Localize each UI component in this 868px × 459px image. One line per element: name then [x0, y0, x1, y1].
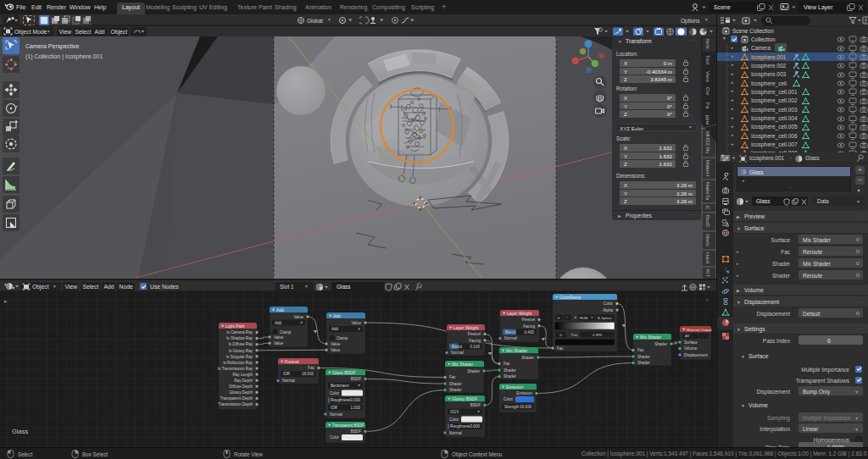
svg-text:Clamp: Clamp — [280, 330, 292, 335]
svg-text:BSDF: BSDF — [351, 377, 361, 381]
svg-text:Glossy BSDF: Glossy BSDF — [452, 396, 477, 401]
svg-text:Shader: Shader — [467, 369, 480, 373]
svg-text:0.000: 0.000 — [470, 424, 481, 429]
svg-text:+: + — [558, 315, 560, 320]
svg-text:Facing: Facing — [523, 324, 535, 329]
svg-text:Value: Value — [274, 335, 284, 340]
svg-text:B-Spline: B-Spline — [598, 316, 612, 320]
svg-text:Add: Add — [276, 307, 284, 312]
svg-text:Color: Color — [449, 418, 459, 422]
svg-text:Fresnel: Fresnel — [285, 359, 299, 364]
svg-text:Color: Color — [604, 301, 613, 306]
svg-text:Fac: Fac — [637, 348, 644, 352]
svg-text:Diffuse Depth: Diffuse Depth — [229, 384, 253, 389]
svg-text:Facing: Facing — [469, 339, 481, 343]
svg-text:Value: Value — [294, 315, 304, 319]
svg-text:Transparent BSDF: Transparent BSDF — [332, 423, 364, 428]
svg-text:Layer Weight: Layer Weight — [453, 325, 479, 330]
svg-text:Mix Shader: Mix Shader — [640, 335, 662, 340]
svg-text:Fac: Fac — [308, 366, 314, 370]
svg-text:Shader: Shader — [654, 342, 667, 346]
svg-text:Is Shadow Ray: Is Shadow Ray — [226, 336, 253, 340]
svg-text:Transmission Depth: Transmission Depth — [218, 402, 253, 406]
svg-text:Emission: Emission — [516, 391, 532, 395]
svg-text:Shader: Shader — [449, 382, 462, 386]
svg-text:Normal: Normal — [282, 379, 295, 383]
svg-text:Color: Color — [504, 397, 513, 401]
svg-text:0.400: 0.400 — [525, 330, 535, 335]
svg-text:Normal: Normal — [504, 336, 517, 340]
svg-text:Value: Value — [352, 321, 362, 325]
svg-text:BSDF: BSDF — [351, 429, 361, 434]
svg-text:Fac: Fac — [449, 375, 456, 379]
svg-text:0.100: 0.100 — [470, 345, 481, 349]
svg-text:Material Output: Material Output — [687, 328, 712, 332]
svg-text:Fresnel: Fresnel — [468, 332, 481, 336]
svg-text:Value: Value — [331, 348, 341, 352]
svg-text:−: − — [566, 314, 569, 319]
svg-text:Strength: Strength — [504, 405, 520, 409]
svg-text:BSDF: BSDF — [470, 403, 481, 407]
svg-text:Volume: Volume — [684, 346, 698, 351]
svg-text:Mix Shader: Mix Shader — [452, 362, 474, 367]
svg-text:Is Reflection Ray: Is Reflection Ray — [223, 361, 253, 365]
svg-text:Value: Value — [274, 341, 284, 346]
svg-text:1.000: 1.000 — [351, 406, 361, 410]
svg-text:Beckmann: Beckmann — [331, 384, 349, 388]
svg-text:Roughness: Roughness — [450, 424, 470, 429]
svg-text:Is Singular Ray: Is Singular Ray — [226, 355, 253, 359]
svg-text:0.999: 0.999 — [593, 333, 603, 337]
svg-text:Value: Value — [331, 342, 341, 346]
svg-text:Shader: Shader — [637, 361, 650, 365]
svg-text:Normal: Normal — [330, 412, 342, 417]
svg-text:Normal: Normal — [451, 351, 464, 355]
svg-text:Shader: Shader — [504, 368, 516, 373]
svg-text:Color: Color — [330, 391, 339, 395]
svg-text:Blend: Blend — [452, 345, 462, 349]
svg-text:Shader: Shader — [637, 355, 650, 359]
svg-text:Is Camera Ray: Is Camera Ray — [226, 330, 253, 335]
svg-text:Fresnel: Fresnel — [522, 318, 535, 322]
svg-text:Alpha: Alpha — [603, 308, 613, 312]
svg-text:Add: Add — [275, 321, 282, 325]
svg-text:Is Diffuse Ray: Is Diffuse Ray — [228, 342, 253, 346]
svg-text:RGB: RGB — [580, 316, 588, 320]
svg-text:18.000: 18.000 — [302, 372, 314, 376]
svg-text:Ray Length: Ray Length — [233, 373, 253, 377]
svg-text:Shader: Shader — [504, 374, 516, 379]
svg-text:16.000: 16.000 — [520, 405, 531, 409]
svg-text:Transparent Depth: Transparent Depth — [220, 396, 253, 401]
svg-text:0.000: 0.000 — [351, 398, 361, 402]
svg-text:Shader: Shader — [449, 388, 462, 392]
svg-text:Displacement: Displacement — [684, 353, 709, 357]
svg-text:Ray Depth: Ray Depth — [234, 379, 253, 383]
svg-text:All: All — [685, 334, 689, 338]
svg-text:Glass BSDF: Glass BSDF — [332, 370, 356, 375]
svg-text:GGX: GGX — [450, 410, 459, 414]
svg-text:Mix Shader: Mix Shader — [506, 348, 528, 353]
svg-text:Light Path: Light Path — [225, 324, 245, 329]
svg-text:Clamp: Clamp — [337, 336, 348, 340]
svg-text:Emission: Emission — [506, 384, 524, 390]
svg-text:IOR: IOR — [283, 372, 291, 376]
svg-text:Color: Color — [330, 435, 339, 440]
svg-text:Is Transmission Ray: Is Transmission Ray — [218, 367, 253, 371]
svg-text:ColorRamp: ColorRamp — [559, 295, 581, 300]
svg-text:Is Glossy Ray: Is Glossy Ray — [229, 349, 253, 353]
svg-text:Add: Add — [333, 313, 341, 318]
svg-text:Pos: Pos — [571, 333, 578, 337]
svg-text:Shader: Shader — [521, 356, 534, 360]
svg-text:Normal: Normal — [449, 431, 462, 435]
svg-text:Add: Add — [331, 327, 339, 331]
svg-text:Roughness: Roughness — [331, 398, 351, 402]
svg-text:Fac: Fac — [557, 346, 564, 351]
svg-text:Glossy Depth: Glossy Depth — [229, 390, 253, 395]
svg-text:Fac: Fac — [504, 362, 510, 366]
svg-text:IOR: IOR — [331, 406, 338, 410]
svg-text:Blend: Blend — [505, 330, 515, 335]
svg-text:Layer Weight: Layer Weight — [507, 311, 532, 316]
svg-text:Surface: Surface — [684, 340, 698, 345]
